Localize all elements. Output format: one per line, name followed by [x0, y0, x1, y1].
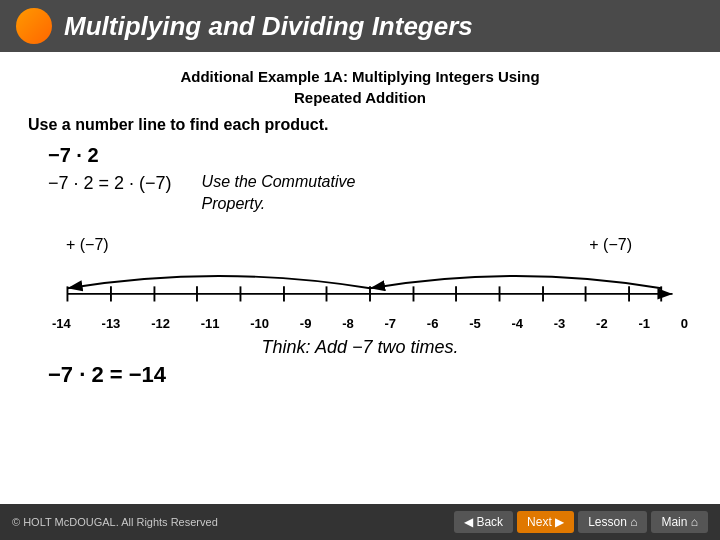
- back-button[interactable]: ◀ Back: [454, 511, 513, 533]
- header-icon: [16, 8, 52, 44]
- num-label-1: -13: [102, 316, 121, 331]
- commutative-line1: Use the Commutative: [202, 173, 356, 190]
- num-label-2: -12: [151, 316, 170, 331]
- instruction: Use a number line to find each product.: [28, 116, 692, 134]
- problem-row: −7 · 2 = 2 · (−7) Use the Commutative Pr…: [48, 171, 692, 216]
- lesson-button[interactable]: Lesson ⌂: [578, 511, 647, 533]
- num-label-14: 0: [681, 316, 688, 331]
- think-text: Think: Add −7 two times.: [28, 337, 692, 358]
- arrow-left-label: + (−7): [66, 236, 109, 254]
- example-title-line2: Repeated Addition: [294, 89, 426, 106]
- example-title-line1: Additional Example 1A: Multiplying Integ…: [180, 68, 539, 85]
- footer-nav: ◀ Back Next ▶ Lesson ⌂ Main ⌂: [454, 511, 708, 533]
- num-label-3: -11: [201, 316, 220, 331]
- numbers-row: -14 -13 -12 -11 -10 -9 -8 -7 -6 -5 -4 -3…: [48, 314, 692, 331]
- header: Multiplying and Dividing Integers: [0, 0, 720, 52]
- copyright-text: © HOLT McDOUGAL. All Rights Reserved: [12, 516, 218, 528]
- num-label-0: -14: [52, 316, 71, 331]
- content-area: Additional Example 1A: Multiplying Integ…: [0, 52, 720, 398]
- problem-section: −7 · 2 −7 · 2 = 2 · (−7) Use the Commuta…: [48, 144, 692, 331]
- num-label-5: -9: [300, 316, 312, 331]
- numberline-container: [58, 254, 682, 314]
- num-label-12: -2: [596, 316, 608, 331]
- num-label-8: -6: [427, 316, 439, 331]
- step1-equation: −7 · 2 = 2 · (−7): [48, 173, 172, 194]
- answer-text: −7 · 2 = −14: [48, 362, 692, 388]
- main-button[interactable]: Main ⌂: [651, 511, 708, 533]
- num-label-10: -4: [511, 316, 523, 331]
- arrow-right-label: + (−7): [589, 236, 632, 254]
- num-label-7: -7: [384, 316, 396, 331]
- problem-main: −7 · 2: [48, 144, 692, 167]
- num-label-4: -10: [250, 316, 269, 331]
- example-title: Additional Example 1A: Multiplying Integ…: [28, 66, 692, 108]
- next-button[interactable]: Next ▶: [517, 511, 574, 533]
- commutative-line2: Property.: [202, 195, 266, 212]
- num-label-13: -1: [638, 316, 650, 331]
- footer: © HOLT McDOUGAL. All Rights Reserved ◀ B…: [0, 504, 720, 540]
- commutative-note: Use the Commutative Property.: [202, 171, 356, 216]
- header-title: Multiplying and Dividing Integers: [64, 11, 473, 42]
- num-label-9: -5: [469, 316, 481, 331]
- numberline-svg: [58, 254, 682, 314]
- num-label-11: -3: [554, 316, 566, 331]
- num-label-6: -8: [342, 316, 354, 331]
